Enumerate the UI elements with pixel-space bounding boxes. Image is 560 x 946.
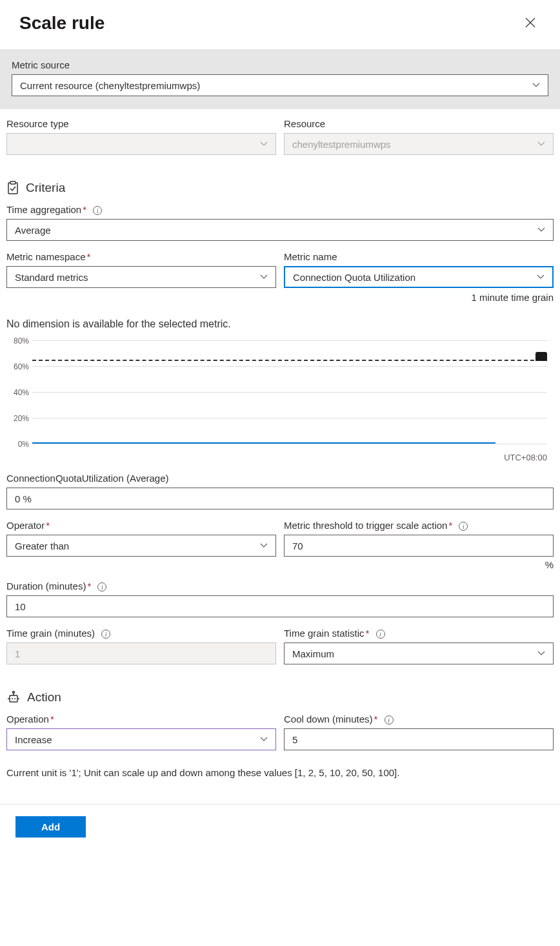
operator-value: Greater than: [15, 540, 69, 551]
chevron-down-icon: [537, 225, 545, 234]
threshold-unit: %: [284, 559, 554, 570]
time-grain-statistic-value: Maximum: [292, 648, 334, 659]
criteria-heading: Criteria: [26, 181, 65, 195]
metric-namespace-select[interactable]: Standard metrics: [6, 266, 276, 288]
info-icon[interactable]: i: [101, 630, 110, 639]
panel-header: Scale rule: [0, 0, 560, 49]
resource-type-select: [6, 133, 276, 155]
time-grain-statistic-label: Time grain statistic* i: [284, 628, 554, 639]
metric-source-section: Metric source Current resource (chenylte…: [0, 49, 560, 109]
panel-footer: Add: [0, 804, 560, 849]
resource-select: chenyltestpremiumwps: [284, 133, 554, 155]
duration-value: 10: [15, 601, 26, 612]
operator-select[interactable]: Greater than: [6, 535, 276, 557]
time-grain-label: Time grain (minutes) i: [6, 628, 276, 639]
threshold-label: Metric threshold to trigger scale action…: [284, 520, 554, 531]
svg-rect-2: [10, 695, 17, 702]
metric-namespace-label: Metric namespace*: [6, 251, 276, 262]
info-icon[interactable]: i: [459, 522, 468, 531]
metric-name-label: Metric name: [284, 251, 554, 262]
metric-name-helper: 1 minute time grain: [284, 292, 554, 303]
resource-label: Resource: [284, 118, 554, 129]
svg-rect-1: [10, 181, 15, 184]
unit-note: Current unit is '1'; Unit can scale up a…: [6, 767, 554, 778]
resource-type-label: Resource type: [6, 118, 276, 129]
robot-icon: [6, 691, 21, 704]
chart-data-series: [32, 442, 495, 444]
metric-name-select[interactable]: Connection Quota Utilization: [284, 266, 554, 288]
cooldown-input[interactable]: 5: [284, 728, 554, 750]
action-heading: Action: [27, 690, 61, 704]
duration-input[interactable]: 10: [6, 595, 554, 617]
info-icon[interactable]: i: [385, 715, 394, 725]
current-metric-input[interactable]: 0 %: [6, 488, 554, 509]
metric-source-value: Current resource (chenyltestpremiumwps): [20, 80, 200, 91]
chevron-down-icon: [260, 541, 268, 550]
cooldown-label: Cool down (minutes)* i: [284, 714, 554, 725]
time-aggregation-select[interactable]: Average: [6, 219, 554, 241]
no-dimension-text: No dimension is available for the select…: [6, 318, 554, 330]
action-header: Action: [6, 690, 554, 704]
resource-value: chenyltestpremiumwps: [292, 139, 391, 150]
clipboard-icon: [6, 181, 19, 195]
chevron-down-icon: [260, 139, 268, 149]
svg-point-4: [14, 698, 15, 699]
operator-label: Operator*: [6, 520, 276, 531]
chevron-down-icon: [537, 272, 545, 282]
metric-source-label: Metric source: [12, 59, 548, 70]
panel-title: Scale rule: [19, 13, 105, 34]
chevron-down-icon: [537, 649, 545, 658]
criteria-header: Criteria: [6, 181, 554, 195]
chevron-down-icon: [260, 735, 268, 744]
metric-name-value: Connection Quota Utilization: [293, 272, 415, 283]
metric-source-select[interactable]: Current resource (chenyltestpremiumwps): [12, 74, 548, 96]
chevron-down-icon: [532, 81, 540, 90]
time-grain-value: 1: [15, 648, 20, 659]
threshold-input[interactable]: 70: [284, 535, 554, 557]
time-aggregation-label: Time aggregation* i: [6, 204, 554, 215]
operation-label: Operation*: [6, 714, 276, 725]
chevron-down-icon: [260, 272, 268, 282]
time-grain-input: 1: [6, 643, 276, 664]
metric-namespace-value: Standard metrics: [15, 272, 88, 283]
svg-point-6: [13, 692, 15, 694]
time-grain-statistic-select[interactable]: Maximum: [284, 643, 554, 664]
operation-select[interactable]: Increase: [6, 728, 276, 750]
info-icon[interactable]: i: [93, 206, 102, 215]
chart-timezone: UTC+08:00: [6, 453, 547, 462]
cooldown-value: 5: [292, 734, 297, 745]
chevron-down-icon: [537, 139, 545, 149]
current-metric-value: 0 %: [15, 493, 32, 504]
threshold-value: 70: [292, 540, 303, 551]
operation-value: Increase: [15, 734, 52, 745]
info-icon[interactable]: i: [376, 630, 385, 639]
time-aggregation-value: Average: [15, 225, 51, 236]
close-button[interactable]: [520, 14, 541, 34]
metric-chart: 80% 60% 40% 20% 0%: [6, 340, 554, 450]
info-icon[interactable]: i: [97, 582, 106, 591]
duration-label: Duration (minutes)* i: [6, 581, 554, 591]
add-button[interactable]: Add: [15, 816, 86, 838]
close-icon: [525, 17, 535, 28]
svg-point-3: [12, 698, 13, 699]
current-metric-label: ConnectionQuotaUtilization (Average): [6, 473, 554, 484]
